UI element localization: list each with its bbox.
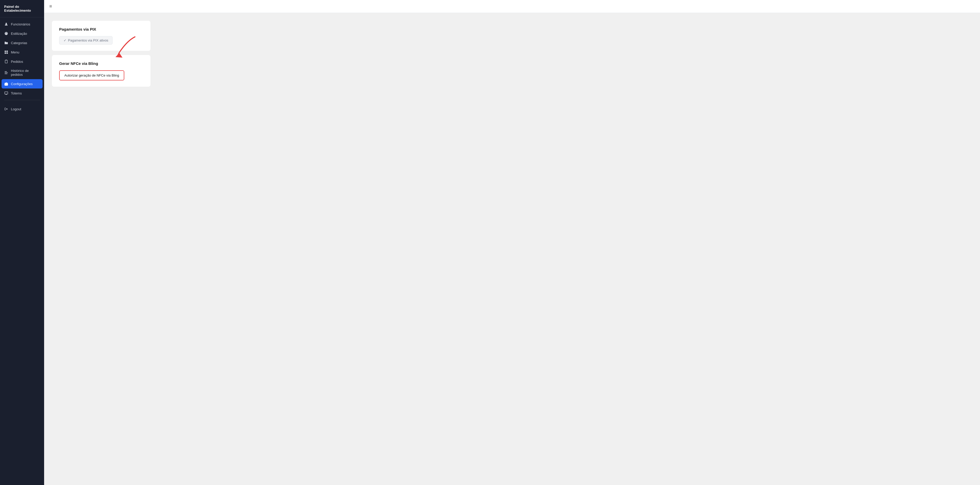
svg-rect-1 — [5, 51, 6, 52]
check-icon: ✓ — [64, 38, 67, 42]
sidebar-item-label: Configurações — [11, 82, 33, 86]
sidebar-item-label: Estilização — [11, 32, 27, 35]
pix-active-button[interactable]: ✓ Pagamentos via PIX ativos — [59, 36, 113, 45]
logout-label: Logout — [11, 107, 21, 111]
content-area: Pagamentos via PIX ✓ Pagamentos via PIX … — [44, 13, 980, 485]
sidebar-logout-section: Logout — [0, 102, 44, 118]
sidebar-item-totems[interactable]: Totems — [0, 89, 44, 98]
svg-rect-8 — [5, 74, 8, 74]
topbar: ≡ — [44, 0, 980, 13]
svg-point-0 — [5, 23, 7, 24]
list-icon — [4, 71, 8, 75]
sidebar-item-label: Funcionários — [11, 22, 30, 26]
sidebar-title: Painel do Estabelecimento — [0, 0, 44, 17]
sidebar-item-label: Totems — [11, 91, 22, 95]
sidebar-nav: Funcionários Estilização Categorias Menu — [0, 17, 44, 485]
folder-icon — [4, 41, 8, 45]
sidebar-item-label: Histórico de pedidos — [11, 69, 40, 76]
main-content: ≡ Pagamentos via PIX ✓ Pagamentos via PI… — [44, 0, 980, 485]
bling-card: Gerar NFCe via Bling Autorizar geração d… — [52, 55, 151, 87]
sidebar: Painel do Estabelecimento Funcionários E… — [0, 0, 44, 485]
sidebar-item-estilizacao[interactable]: Estilização — [0, 29, 44, 38]
sidebar-item-logout[interactable]: Logout — [0, 104, 44, 114]
svg-rect-6 — [5, 72, 7, 72]
pix-card: Pagamentos via PIX ✓ Pagamentos via PIX … — [52, 21, 151, 51]
svg-rect-2 — [6, 51, 8, 52]
grid-icon — [4, 50, 8, 54]
sidebar-item-funcionarios[interactable]: Funcionários — [0, 19, 44, 29]
authorize-nfce-button[interactable]: Autorizar geração de NFCe via Bling — [59, 70, 124, 80]
menu-icon[interactable]: ≡ — [49, 4, 52, 9]
authorize-btn-label: Autorizar geração de NFCe via Bling — [64, 73, 119, 77]
sidebar-item-configuracoes[interactable]: Configurações — [2, 79, 43, 89]
svg-rect-4 — [6, 52, 8, 54]
sidebar-item-label: Menu — [11, 50, 19, 54]
monitor-icon — [4, 91, 8, 95]
sidebar-item-pedidos[interactable]: Pedidos — [0, 57, 44, 66]
sidebar-item-menu[interactable]: Menu — [0, 48, 44, 57]
bling-card-container: Gerar NFCe via Bling Autorizar geração d… — [52, 55, 151, 87]
person-icon — [4, 22, 8, 26]
svg-rect-7 — [5, 72, 8, 73]
sidebar-item-label: Categorias — [11, 41, 27, 45]
logout-icon — [4, 107, 8, 111]
pix-card-title: Pagamentos via PIX — [59, 27, 143, 32]
svg-rect-3 — [5, 52, 6, 54]
sidebar-item-label: Pedidos — [11, 60, 23, 64]
svg-rect-5 — [5, 60, 8, 63]
svg-rect-9 — [5, 92, 8, 94]
palette-icon — [4, 32, 8, 35]
pix-active-label: Pagamentos via PIX ativos — [68, 38, 108, 42]
clipboard-icon — [4, 59, 8, 64]
gear-icon — [4, 82, 8, 86]
sidebar-item-categorias[interactable]: Categorias — [0, 38, 44, 48]
sidebar-item-historico[interactable]: Histórico de pedidos — [0, 66, 44, 79]
bling-card-title: Gerar NFCe via Bling — [59, 61, 143, 66]
